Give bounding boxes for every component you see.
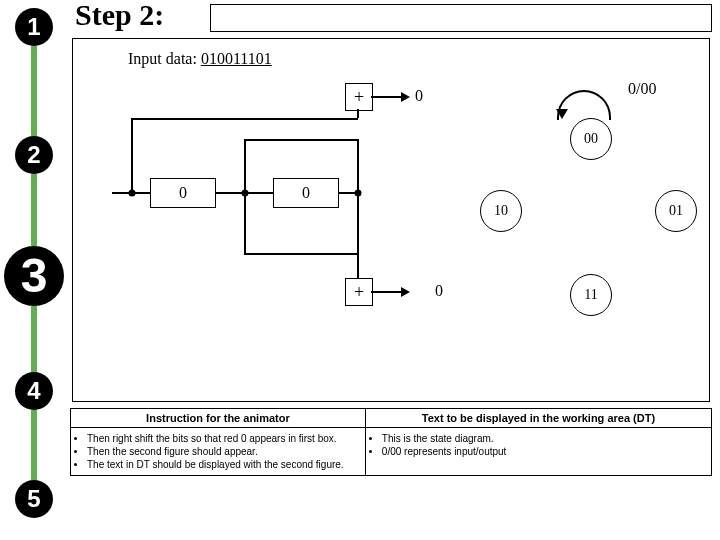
step-5[interactable]: 5 (15, 480, 53, 518)
state-11: 11 (570, 274, 612, 316)
io-label: 0/00 (628, 80, 656, 98)
instructions-right-cell: This is the state diagram. 0/00 represen… (365, 428, 711, 476)
instructions-left-cell: Then right shift the bits so that red 0 … (71, 428, 366, 476)
instructions-right-header: Text to be displayed in the working area… (365, 409, 711, 428)
working-area (72, 38, 710, 402)
page-title: Step 2: (75, 0, 164, 32)
wire (244, 193, 246, 253)
wire (371, 291, 401, 293)
step-3-current[interactable]: 3 (4, 246, 64, 306)
adder-top: + (345, 83, 373, 111)
stepper-connector (31, 174, 37, 246)
step-1[interactable]: 1 (15, 8, 53, 46)
step-2[interactable]: 2 (15, 136, 53, 174)
step-4[interactable]: 4 (15, 372, 53, 410)
instructions-left-header: Instruction for the animator (71, 409, 366, 428)
title-bar (210, 4, 712, 32)
table-header-row: Instruction for the animator Text to be … (71, 409, 712, 428)
stepper-connector (31, 46, 37, 136)
instruction-item: Then right shift the bits so that red 0 … (87, 433, 359, 444)
register-box-b: 0 (273, 178, 339, 208)
output-top: 0 (415, 87, 423, 105)
instruction-item: The text in DT should be displayed with … (87, 459, 359, 470)
wire (357, 109, 359, 118)
wire (131, 118, 133, 193)
stepper-connector (31, 306, 37, 372)
instruction-item: Then the second figure should appear. (87, 446, 359, 457)
stepper-connector (31, 410, 37, 480)
input-data-label: Input data: 010011101 (128, 50, 272, 68)
arrowhead-icon (556, 109, 568, 119)
adder-bottom: + (345, 278, 373, 306)
instruction-table: Instruction for the animator Text to be … (70, 408, 712, 476)
instruction-item: This is the state diagram. (382, 433, 705, 444)
table-row: Then right shift the bits so that red 0 … (71, 428, 712, 476)
state-10: 10 (480, 190, 522, 232)
input-bits: 010011101 (201, 50, 272, 67)
instruction-item: 0/00 represents input/output (382, 446, 705, 457)
wire (357, 193, 359, 278)
arrowhead-icon (401, 92, 410, 102)
wire (244, 253, 358, 255)
progress-stepper: 1 2 3 4 5 (10, 8, 65, 523)
wire (371, 96, 401, 98)
output-bottom: 0 (435, 282, 443, 300)
wire (244, 139, 246, 193)
input-label-text: Input data: (128, 50, 197, 67)
state-00: 00 (570, 118, 612, 160)
state-01: 01 (655, 190, 697, 232)
wire (131, 118, 358, 120)
register-box-a: 0 (150, 178, 216, 208)
wire (357, 139, 359, 193)
page: 1 2 3 4 5 Step 2: Input data: 010011101 … (0, 0, 720, 540)
wire (244, 139, 358, 141)
arrowhead-icon (401, 287, 410, 297)
